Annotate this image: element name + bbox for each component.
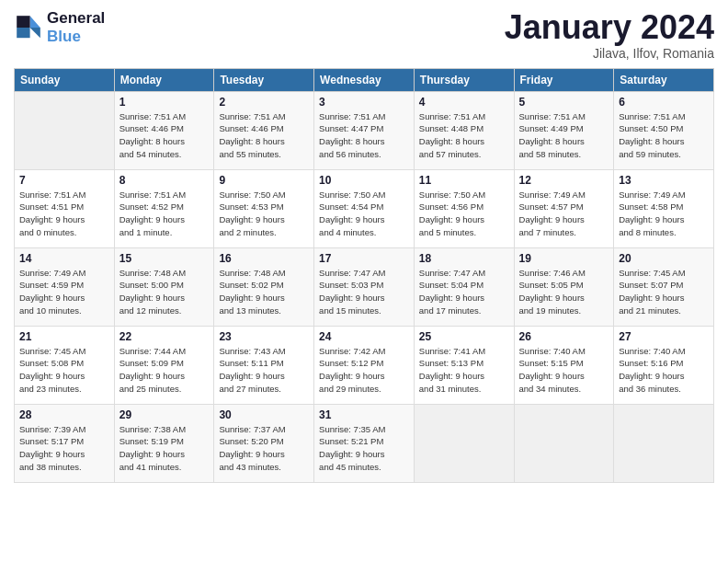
weekday-header-monday: Monday xyxy=(114,68,214,91)
logo-icon xyxy=(14,13,43,42)
weekday-header-tuesday: Tuesday xyxy=(214,68,314,91)
day-info: Sunrise: 7:48 AMSunset: 5:00 PMDaylight:… xyxy=(119,267,210,317)
day-info: Sunrise: 7:51 AMSunset: 4:51 PMDaylight:… xyxy=(19,189,109,239)
day-info: Sunrise: 7:49 AMSunset: 4:58 PMDaylight:… xyxy=(619,189,709,239)
day-number: 2 xyxy=(219,96,309,109)
calendar-cell: 10Sunrise: 7:50 AMSunset: 4:54 PMDayligh… xyxy=(314,169,415,247)
day-number: 5 xyxy=(519,96,609,109)
calendar-cell: 11Sunrise: 7:50 AMSunset: 4:56 PMDayligh… xyxy=(414,169,514,247)
calendar-week-2: 7Sunrise: 7:51 AMSunset: 4:51 PMDaylight… xyxy=(15,169,714,247)
calendar-cell: 26Sunrise: 7:40 AMSunset: 5:15 PMDayligh… xyxy=(514,326,614,404)
day-number: 20 xyxy=(619,252,709,265)
calendar-cell: 7Sunrise: 7:51 AMSunset: 4:51 PMDaylight… xyxy=(15,169,115,247)
calendar-cell: 3Sunrise: 7:51 AMSunset: 4:47 PMDaylight… xyxy=(314,91,415,169)
day-info: Sunrise: 7:51 AMSunset: 4:46 PMDaylight:… xyxy=(119,110,210,161)
day-number: 29 xyxy=(119,408,210,421)
day-number: 1 xyxy=(119,96,210,109)
day-number: 7 xyxy=(19,174,109,187)
day-info: Sunrise: 7:48 AMSunset: 5:02 PMDaylight:… xyxy=(219,267,309,317)
day-number: 12 xyxy=(519,174,609,187)
day-info: Sunrise: 7:41 AMSunset: 5:13 PMDaylight:… xyxy=(419,345,509,396)
calendar-cell xyxy=(414,404,514,482)
calendar-cell: 2Sunrise: 7:51 AMSunset: 4:46 PMDaylight… xyxy=(214,91,314,169)
day-number: 3 xyxy=(319,96,409,109)
calendar-body: 1Sunrise: 7:51 AMSunset: 4:46 PMDaylight… xyxy=(15,91,714,482)
calendar-table: SundayMondayTuesdayWednesdayThursdayFrid… xyxy=(14,68,714,483)
day-number: 14 xyxy=(19,252,109,265)
day-number: 17 xyxy=(319,252,409,265)
day-info: Sunrise: 7:44 AMSunset: 5:09 PMDaylight:… xyxy=(119,345,210,396)
day-number: 28 xyxy=(19,408,109,421)
day-info: Sunrise: 7:38 AMSunset: 5:19 PMDaylight:… xyxy=(119,423,210,474)
calendar-cell: 15Sunrise: 7:48 AMSunset: 5:00 PMDayligh… xyxy=(114,247,214,326)
day-info: Sunrise: 7:46 AMSunset: 5:05 PMDaylight:… xyxy=(519,267,609,317)
day-number: 22 xyxy=(119,330,210,343)
day-info: Sunrise: 7:50 AMSunset: 4:53 PMDaylight:… xyxy=(219,189,309,239)
day-number: 21 xyxy=(19,330,109,343)
location-subtitle: Jilava, Ilfov, Romania xyxy=(505,46,714,61)
day-number: 27 xyxy=(619,330,709,343)
logo: General Blue xyxy=(14,9,105,46)
calendar-week-1: 1Sunrise: 7:51 AMSunset: 4:46 PMDaylight… xyxy=(15,91,714,169)
day-number: 25 xyxy=(419,330,509,343)
calendar-cell: 14Sunrise: 7:49 AMSunset: 4:59 PMDayligh… xyxy=(15,247,115,326)
calendar-cell: 19Sunrise: 7:46 AMSunset: 5:05 PMDayligh… xyxy=(514,247,614,326)
month-title: January 2024 xyxy=(505,9,714,46)
day-info: Sunrise: 7:42 AMSunset: 5:12 PMDaylight:… xyxy=(319,345,409,396)
day-info: Sunrise: 7:47 AMSunset: 5:04 PMDaylight:… xyxy=(419,267,509,317)
day-info: Sunrise: 7:50 AMSunset: 4:54 PMDaylight:… xyxy=(319,189,409,239)
calendar-cell: 23Sunrise: 7:43 AMSunset: 5:11 PMDayligh… xyxy=(214,326,314,404)
svg-rect-3 xyxy=(17,28,29,38)
calendar-cell: 8Sunrise: 7:51 AMSunset: 4:52 PMDaylight… xyxy=(114,169,214,247)
day-info: Sunrise: 7:49 AMSunset: 4:59 PMDaylight:… xyxy=(19,267,109,317)
calendar-cell: 29Sunrise: 7:38 AMSunset: 5:19 PMDayligh… xyxy=(114,404,214,482)
calendar-cell: 16Sunrise: 7:48 AMSunset: 5:02 PMDayligh… xyxy=(214,247,314,326)
day-info: Sunrise: 7:51 AMSunset: 4:46 PMDaylight:… xyxy=(219,110,309,161)
logo-text: General Blue xyxy=(47,9,105,46)
day-info: Sunrise: 7:45 AMSunset: 5:07 PMDaylight:… xyxy=(619,267,709,317)
weekday-header-wednesday: Wednesday xyxy=(314,68,415,91)
calendar-cell: 18Sunrise: 7:47 AMSunset: 5:04 PMDayligh… xyxy=(414,247,514,326)
day-info: Sunrise: 7:47 AMSunset: 5:03 PMDaylight:… xyxy=(319,267,409,317)
calendar-cell xyxy=(614,404,714,482)
day-number: 30 xyxy=(219,408,309,421)
day-number: 24 xyxy=(319,330,409,343)
weekday-header-sunday: Sunday xyxy=(15,68,115,91)
header: General Blue January 2024 Jilava, Ilfov,… xyxy=(14,9,714,61)
main-container: General Blue January 2024 Jilava, Ilfov,… xyxy=(0,0,728,492)
day-info: Sunrise: 7:51 AMSunset: 4:47 PMDaylight:… xyxy=(319,110,409,161)
day-info: Sunrise: 7:39 AMSunset: 5:17 PMDaylight:… xyxy=(19,423,109,474)
calendar-cell: 6Sunrise: 7:51 AMSunset: 4:50 PMDaylight… xyxy=(614,91,714,169)
calendar-cell: 30Sunrise: 7:37 AMSunset: 5:20 PMDayligh… xyxy=(214,404,314,482)
calendar-week-4: 21Sunrise: 7:45 AMSunset: 5:08 PMDayligh… xyxy=(15,326,714,404)
svg-marker-1 xyxy=(30,28,40,38)
day-info: Sunrise: 7:37 AMSunset: 5:20 PMDaylight:… xyxy=(219,423,309,474)
day-info: Sunrise: 7:40 AMSunset: 5:15 PMDaylight:… xyxy=(519,345,609,396)
day-info: Sunrise: 7:51 AMSunset: 4:49 PMDaylight:… xyxy=(519,110,609,161)
day-info: Sunrise: 7:51 AMSunset: 4:48 PMDaylight:… xyxy=(419,110,509,161)
calendar-week-3: 14Sunrise: 7:49 AMSunset: 4:59 PMDayligh… xyxy=(15,247,714,326)
day-number: 23 xyxy=(219,330,309,343)
calendar-cell: 13Sunrise: 7:49 AMSunset: 4:58 PMDayligh… xyxy=(614,169,714,247)
calendar-cell: 1Sunrise: 7:51 AMSunset: 4:46 PMDaylight… xyxy=(114,91,214,169)
day-info: Sunrise: 7:50 AMSunset: 4:56 PMDaylight:… xyxy=(419,189,509,239)
day-number: 26 xyxy=(519,330,609,343)
calendar-cell: 20Sunrise: 7:45 AMSunset: 5:07 PMDayligh… xyxy=(614,247,714,326)
weekday-header-row: SundayMondayTuesdayWednesdayThursdayFrid… xyxy=(15,68,714,91)
day-info: Sunrise: 7:43 AMSunset: 5:11 PMDaylight:… xyxy=(219,345,309,396)
day-number: 19 xyxy=(519,252,609,265)
calendar-cell: 12Sunrise: 7:49 AMSunset: 4:57 PMDayligh… xyxy=(514,169,614,247)
calendar-cell: 22Sunrise: 7:44 AMSunset: 5:09 PMDayligh… xyxy=(114,326,214,404)
calendar-cell: 21Sunrise: 7:45 AMSunset: 5:08 PMDayligh… xyxy=(15,326,115,404)
calendar-cell xyxy=(514,404,614,482)
weekday-header-saturday: Saturday xyxy=(614,68,714,91)
calendar-cell xyxy=(15,91,115,169)
calendar-cell: 28Sunrise: 7:39 AMSunset: 5:17 PMDayligh… xyxy=(15,404,115,482)
day-info: Sunrise: 7:51 AMSunset: 4:50 PMDaylight:… xyxy=(619,110,709,161)
day-number: 10 xyxy=(319,174,409,187)
calendar-cell: 24Sunrise: 7:42 AMSunset: 5:12 PMDayligh… xyxy=(314,326,415,404)
day-info: Sunrise: 7:49 AMSunset: 4:57 PMDaylight:… xyxy=(519,189,609,239)
svg-rect-2 xyxy=(17,16,29,28)
day-number: 8 xyxy=(119,174,210,187)
day-number: 13 xyxy=(619,174,709,187)
